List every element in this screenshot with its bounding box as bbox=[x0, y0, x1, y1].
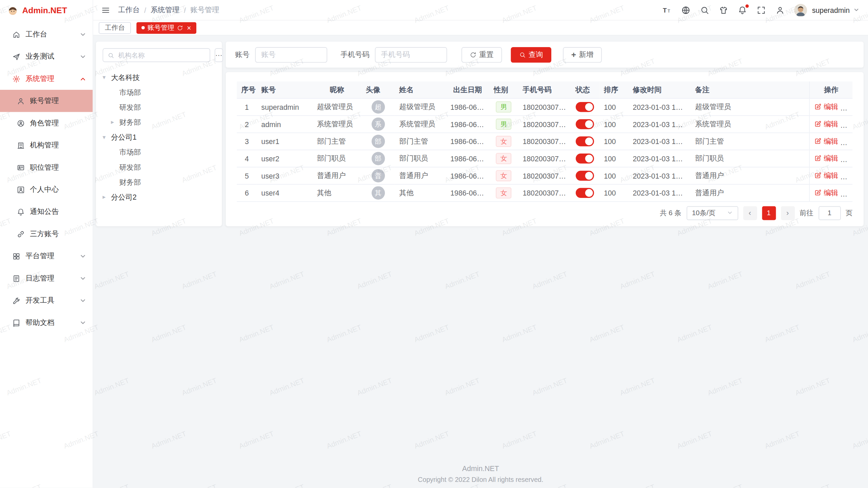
refresh-icon[interactable] bbox=[177, 25, 183, 31]
tree-node[interactable]: ▸ 分公司2 bbox=[103, 189, 215, 204]
edit-button[interactable]: 编辑 bbox=[814, 102, 838, 112]
sidebar-item[interactable]: 通知公告 bbox=[0, 201, 93, 223]
table-row[interactable]: 3 user1 部门主管 部 部门主管 1986-06-28 女 1802003… bbox=[237, 133, 852, 150]
reset-button[interactable]: 重置 bbox=[461, 47, 502, 62]
column-header[interactable]: 备注 bbox=[691, 81, 810, 98]
tree-caret-icon[interactable]: ▸ bbox=[111, 119, 119, 126]
table-row[interactable]: 2 admin 系统管理员 系 系统管理员 1986-06-28 男 18020… bbox=[237, 116, 852, 133]
status-toggle[interactable] bbox=[575, 188, 594, 198]
more-actions-button[interactable]: ··· bbox=[846, 104, 852, 112]
sidebar-item[interactable]: 开发工具 bbox=[0, 289, 93, 311]
edit-button[interactable]: 编辑 bbox=[814, 188, 838, 198]
more-actions-button[interactable]: ··· bbox=[846, 155, 852, 164]
sidebar-item[interactable]: 角色管理 bbox=[0, 112, 93, 134]
tree-node[interactable]: 研发部 bbox=[103, 160, 215, 175]
edit-button[interactable]: 编辑 bbox=[814, 119, 838, 129]
tree-node[interactable]: 市场部 bbox=[103, 145, 215, 160]
sidebar-item[interactable]: 个人中心 bbox=[0, 179, 93, 201]
edit-button-label: 编辑 bbox=[824, 136, 839, 146]
column-header[interactable]: 排序 bbox=[599, 81, 628, 98]
table-row[interactable]: 4 user2 部门职员 部 部门职员 1986-06-28 女 1802003… bbox=[237, 150, 852, 167]
page-size-select[interactable]: 10条/页 bbox=[686, 206, 738, 220]
fullscreen-icon[interactable] bbox=[756, 5, 766, 15]
sidebar-item[interactable]: 日志管理 bbox=[0, 267, 93, 289]
more-actions-button[interactable]: ··· bbox=[846, 190, 852, 198]
more-actions-button[interactable]: ··· bbox=[846, 138, 852, 147]
sidebar-item[interactable]: 帮助文档 bbox=[0, 311, 93, 333]
status-toggle[interactable] bbox=[575, 119, 594, 129]
column-header[interactable]: 账号 bbox=[257, 81, 313, 98]
bell-icon[interactable] bbox=[738, 5, 747, 15]
sidebar-item[interactable]: 机构管理 bbox=[0, 134, 93, 156]
account-input[interactable] bbox=[255, 47, 327, 62]
org-search-field[interactable] bbox=[103, 48, 210, 62]
tree-node[interactable]: ▸ 财务部 bbox=[103, 115, 215, 130]
column-header[interactable]: 姓名 bbox=[395, 81, 446, 98]
sidebar-item[interactable]: 三方账号 bbox=[0, 223, 93, 245]
phone-input[interactable] bbox=[375, 47, 447, 62]
more-actions-button[interactable]: ··· bbox=[846, 121, 852, 129]
goto-page-input[interactable] bbox=[818, 206, 841, 220]
sidebar-item[interactable]: 系统管理 bbox=[0, 68, 93, 90]
status-toggle[interactable] bbox=[575, 171, 594, 181]
breadcrumb-separator: / bbox=[184, 6, 186, 14]
search-button[interactable]: 查询 bbox=[511, 47, 551, 62]
org-search-input[interactable] bbox=[117, 51, 205, 60]
sidebar-item[interactable]: 账号管理 bbox=[0, 90, 93, 112]
tree-caret-icon[interactable]: ▸ bbox=[103, 194, 111, 201]
tree-node[interactable]: 财务部 bbox=[103, 175, 215, 189]
status-toggle[interactable] bbox=[575, 136, 594, 146]
column-header[interactable]: 头像 bbox=[361, 81, 395, 98]
tree-node[interactable]: 市场部 bbox=[103, 85, 215, 100]
column-header[interactable]: 性别 bbox=[489, 81, 518, 98]
breadcrumb-item[interactable]: 系统管理 bbox=[151, 5, 179, 15]
sidebar-item[interactable]: 工作台 bbox=[0, 23, 93, 45]
close-icon[interactable]: × bbox=[187, 24, 191, 31]
add-button[interactable]: + 新增 bbox=[563, 47, 601, 62]
column-header[interactable]: 手机号码 bbox=[518, 81, 571, 98]
text-size-icon[interactable]: TT bbox=[662, 5, 672, 15]
gender-badge: 男 bbox=[496, 101, 512, 113]
table-row[interactable]: 6 user4 其他 其 其他 1986-06-28 女 18020030720 bbox=[237, 184, 852, 202]
tab-account-management[interactable]: 账号管理 × bbox=[136, 22, 196, 34]
column-header[interactable]: 状态 bbox=[571, 81, 599, 98]
column-header[interactable]: 操作 bbox=[810, 81, 852, 98]
column-header[interactable]: 出生日期 bbox=[446, 81, 489, 98]
edit-button[interactable]: 编辑 bbox=[814, 154, 838, 163]
sidebar-item[interactable]: 职位管理 bbox=[0, 156, 93, 178]
search-icon[interactable] bbox=[700, 5, 709, 15]
tree-more-button[interactable]: ··· bbox=[215, 48, 223, 62]
menu-collapse-icon[interactable] bbox=[101, 5, 111, 15]
current-page-button[interactable]: 1 bbox=[762, 206, 776, 220]
language-icon[interactable] bbox=[681, 5, 691, 15]
more-actions-button[interactable]: ··· bbox=[846, 172, 852, 181]
sidebar-item[interactable]: 业务测试 bbox=[0, 45, 93, 67]
column-header[interactable]: 昵称 bbox=[313, 81, 361, 98]
tree-node[interactable]: ▾ 大名科技 bbox=[103, 70, 215, 85]
status-toggle[interactable] bbox=[575, 102, 594, 112]
theme-icon[interactable] bbox=[719, 5, 728, 15]
logo[interactable]: Admin.NET bbox=[0, 0, 93, 21]
prev-page-button[interactable]: ‹ bbox=[743, 206, 757, 220]
status-toggle[interactable] bbox=[575, 154, 594, 163]
chevron-icon bbox=[80, 275, 86, 281]
tree-node[interactable]: ▾ 分公司1 bbox=[103, 130, 215, 145]
column-header[interactable]: 修改时间 bbox=[628, 81, 691, 98]
next-page-button[interactable]: › bbox=[781, 206, 794, 220]
tab-workbench[interactable]: 工作台 bbox=[99, 22, 131, 34]
user-menu-chevron-icon[interactable] bbox=[853, 7, 859, 13]
table-row[interactable]: 5 user3 普通用户 普 普通用户 1986-06-28 女 1802003… bbox=[237, 167, 852, 184]
username[interactable]: superadmin bbox=[812, 6, 850, 14]
column-header[interactable]: 序号 bbox=[237, 81, 257, 98]
tree-caret-icon[interactable]: ▾ bbox=[103, 74, 111, 81]
edit-button[interactable]: 编辑 bbox=[814, 136, 838, 146]
tree-node[interactable]: 研发部 bbox=[103, 100, 215, 115]
user-avatar[interactable] bbox=[794, 4, 807, 17]
profile-icon[interactable] bbox=[775, 5, 785, 15]
edit-button[interactable]: 编辑 bbox=[814, 170, 838, 180]
breadcrumb-item[interactable]: 工作台 bbox=[118, 5, 140, 15]
tree-caret-icon[interactable]: ▾ bbox=[103, 134, 111, 141]
table-row[interactable]: 1 superadmin 超级管理员 超 超级管理员 1986-06-28 男 … bbox=[237, 98, 852, 116]
cell-index: 6 bbox=[237, 184, 257, 202]
sidebar-item[interactable]: 平台管理 bbox=[0, 245, 93, 267]
